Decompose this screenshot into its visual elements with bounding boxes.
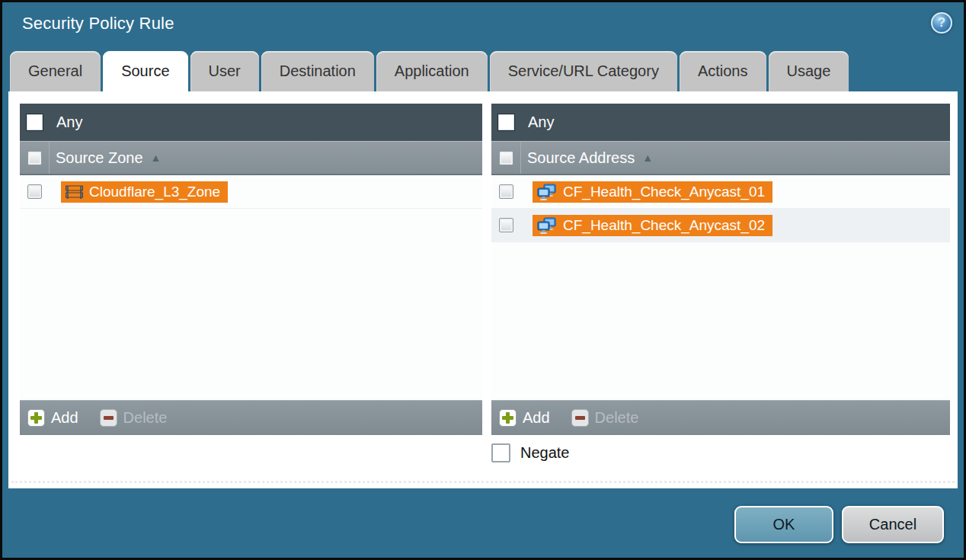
cancel-button[interactable]: Cancel <box>842 506 944 543</box>
ok-button[interactable]: OK <box>734 506 833 543</box>
add-button[interactable]: Add <box>499 409 550 427</box>
dialog-title: Security Policy Rule <box>22 14 174 34</box>
minus-icon <box>100 409 117 427</box>
source-address-any-bar: Any <box>491 104 950 141</box>
help-icon[interactable]: ? <box>931 12 952 34</box>
table-row: CF_Health_Check_Anycast_01 <box>491 175 950 209</box>
source-address-list: CF_Health_Check_Anycast_01 CF_Health_Che… <box>491 175 950 400</box>
object-label: CF_Health_Check_Anycast_02 <box>563 217 765 234</box>
table-row: CF_Health_Check_Anycast_02 <box>491 209 950 242</box>
object-chip[interactable]: Cloudflare_L3_Zone <box>61 181 228 203</box>
tab-service-url-category[interactable]: Service/URL Category <box>490 51 677 91</box>
add-button[interactable]: Add <box>27 409 78 427</box>
source-zone-any-label: Any <box>56 114 82 131</box>
add-button-label: Add <box>51 409 78 427</box>
row-checkbox[interactable] <box>499 218 513 232</box>
column-header-label[interactable]: Source Address <box>527 149 635 167</box>
source-address-panel: Any Source Address ▲ CF_Health_Check_Any… <box>491 104 950 435</box>
tab-general[interactable]: General <box>10 51 101 91</box>
object-chip[interactable]: CF_Health_Check_Anycast_01 <box>533 181 772 203</box>
tab-application[interactable]: Application <box>376 51 488 91</box>
address-icon <box>537 184 557 200</box>
delete-button-label: Delete <box>595 409 639 427</box>
plus-icon <box>499 409 517 427</box>
delete-button[interactable]: Delete <box>571 409 639 427</box>
row-checkbox[interactable] <box>27 184 42 199</box>
delete-button-label: Delete <box>123 409 168 427</box>
tab-source[interactable]: Source <box>103 51 187 91</box>
tab-bar: GeneralSourceUserDestinationApplicationS… <box>10 51 849 91</box>
object-chip[interactable]: CF_Health_Check_Anycast_02 <box>533 215 772 236</box>
negate-checkbox[interactable] <box>491 443 510 462</box>
source-zone-panel: Any Source Zone ▲ Cloudflare_L3_Zone <box>20 104 482 435</box>
source-zone-column-header: Source Zone ▲ <box>20 141 482 175</box>
sort-ascending-icon: ▲ <box>642 152 653 163</box>
plus-icon <box>27 409 45 427</box>
source-zone-any-checkbox[interactable] <box>26 114 43 131</box>
add-button-label: Add <box>523 409 550 427</box>
source-zone-any-bar: Any <box>20 104 482 141</box>
zone-icon <box>66 184 83 199</box>
sort-ascending-icon: ▲ <box>151 152 162 163</box>
negate-label: Negate <box>520 444 570 462</box>
select-all-checkbox[interactable] <box>27 151 42 165</box>
tab-usage[interactable]: Usage <box>769 51 849 91</box>
tab-destination[interactable]: Destination <box>261 51 374 91</box>
dialog-button-row: OK Cancel <box>734 506 944 543</box>
column-header-label[interactable]: Source Zone <box>56 149 143 167</box>
object-label: Cloudflare_L3_Zone <box>89 184 220 200</box>
negate-row: Negate <box>491 443 570 462</box>
object-label: CF_Health_Check_Anycast_01 <box>563 184 765 200</box>
source-address-any-label: Any <box>528 114 554 131</box>
source-address-column-header: Source Address ▲ <box>491 141 950 175</box>
security-policy-rule-dialog: Security Policy Rule ? GeneralSourceUser… <box>0 0 966 560</box>
source-zone-toolbar: Add Delete <box>20 400 482 435</box>
select-all-checkbox[interactable] <box>499 151 513 165</box>
table-row: Cloudflare_L3_Zone <box>20 175 482 209</box>
row-checkbox[interactable] <box>499 184 513 199</box>
tab-user[interactable]: User <box>190 51 259 91</box>
source-address-toolbar: Add Delete <box>491 400 950 435</box>
source-zone-list: Cloudflare_L3_Zone <box>20 175 482 400</box>
content-divider <box>11 481 955 483</box>
minus-icon <box>571 409 589 427</box>
address-icon <box>537 217 557 234</box>
source-address-any-checkbox[interactable] <box>497 114 515 131</box>
dialog-content: Any Source Zone ▲ Cloudflare_L3_Zone <box>8 91 958 488</box>
tab-actions[interactable]: Actions <box>680 51 766 91</box>
delete-button[interactable]: Delete <box>100 409 168 427</box>
